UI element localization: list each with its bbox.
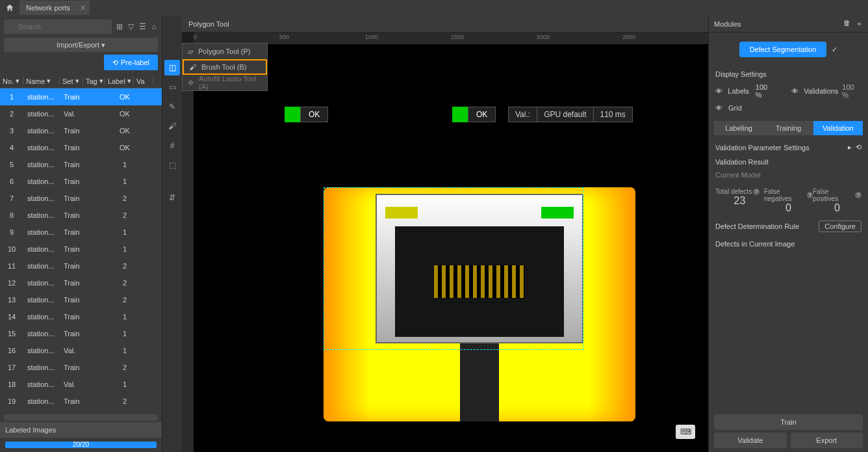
table-row[interactable]: 9station...Train1 — [0, 224, 162, 241]
select-tool-button[interactable]: ⬚ — [164, 157, 180, 173]
table-row[interactable]: 13station...Train2 — [0, 291, 162, 308]
tool-popup: ▱ Polygon Tool (P) 🖌 Brush Tool (B) ✥ Au… — [182, 43, 268, 91]
table-row[interactable]: 5station...Train1 — [0, 156, 162, 173]
project-tab-label: Network ports — [26, 4, 70, 12]
table-row[interactable]: 14station...Train1 — [0, 308, 162, 325]
rect-tool-button[interactable]: ▭ — [164, 79, 180, 95]
eye-icon[interactable]: 👁 — [791, 87, 800, 95]
table-row[interactable]: 12station...Train2 — [0, 274, 162, 291]
display-settings-title: Display Settings — [715, 70, 862, 78]
table-row[interactable]: 1station...TrainOK — [0, 88, 162, 105]
polygon-icon: ▱ — [188, 47, 193, 56]
table-row[interactable]: 7station...Train2 — [0, 190, 162, 207]
rule-label: Defect Determination Rule — [715, 222, 799, 230]
table-row[interactable]: 15station...Train1 — [0, 325, 162, 342]
table-row[interactable]: 3station...TrainOK — [0, 122, 162, 139]
table-h-scroll[interactable] — [4, 414, 158, 421]
table-row[interactable]: 18station...Val.1 — [0, 376, 162, 393]
module-defect-segmentation[interactable]: Defect Segmentation — [739, 42, 827, 57]
label-badge-ok: OK — [285, 107, 328, 122]
labeled-images-header[interactable]: Labeled Images — [0, 422, 162, 438]
polygon-tool-button[interactable]: ◫ — [164, 60, 180, 75]
modules-title: Modules — [714, 20, 741, 28]
polygon-tool-item[interactable]: ▱ Polygon Tool (P) — [183, 44, 267, 59]
canvas-viewport[interactable]: OK OK Val.:GPU default110 ms ⌨ — [194, 44, 708, 452]
validations-pct: 100 % — [842, 83, 862, 99]
validation-param-row[interactable]: Validation Parameter Settings ▸ ⟲ — [709, 140, 868, 154]
train-button[interactable]: Train — [714, 414, 863, 430]
labels-pct: 100 % — [756, 83, 775, 99]
prelabel-button[interactable]: ⟲ Pre-label — [104, 55, 158, 70]
validations-label: Validations — [804, 87, 838, 95]
tab-validation[interactable]: Validation — [813, 121, 863, 135]
list-icon[interactable]: ☰ — [139, 21, 147, 33]
filter-icon[interactable]: ▽ — [127, 21, 135, 33]
module-check-icon: ✓ — [832, 46, 837, 54]
ruler-vertical — [182, 44, 194, 452]
labels-label: Labels — [728, 87, 748, 95]
validation-info: Val.:GPU default110 ms — [508, 107, 633, 122]
defects-current-image-label: Defects in Current Image — [715, 240, 862, 248]
lasso-icon: ✥ — [188, 79, 194, 87]
table-row[interactable]: 16station...Val.1 — [0, 342, 162, 359]
grid-label: Grid — [728, 104, 742, 112]
brush-tool-button[interactable]: 🖌 — [164, 118, 180, 134]
image-table-header: No.▾ Name▾ Set▾ Tag▾ Label▾ Va — [0, 74, 162, 88]
table-row[interactable]: 11station...Train2 — [0, 258, 162, 274]
table-row[interactable]: 19station...Train2 — [0, 393, 162, 410]
export-button[interactable]: Export — [791, 432, 863, 448]
add-image-icon[interactable]: ⊞ — [116, 21, 123, 33]
close-tab-icon[interactable]: ✕ — [80, 4, 86, 12]
delete-module-icon[interactable]: 🗑 — [843, 19, 850, 29]
table-row[interactable]: 8station...Train2 — [0, 207, 162, 224]
folder-icon[interactable]: ⌂ — [150, 21, 158, 33]
table-row[interactable]: 10station...Train1 — [0, 241, 162, 258]
add-module-icon[interactable]: ＋ — [856, 19, 863, 29]
canvas-title: Polygon Tool — [182, 16, 708, 33]
lasso-tool-button[interactable]: ✎ — [164, 99, 180, 114]
current-model-label: Current Model — [715, 171, 862, 179]
roi-selection[interactable] — [324, 187, 583, 350]
validation-result-title: Validation Result — [715, 158, 862, 166]
search-input[interactable] — [4, 20, 112, 34]
table-row[interactable]: 17station...Train2 — [0, 359, 162, 376]
eye-icon[interactable]: 👁 — [715, 87, 724, 95]
autofill-lasso-item[interactable]: ✥ Autofill Lasso Tool (A) — [183, 75, 267, 90]
project-tab[interactable]: Network ports ✕ — [19, 1, 90, 15]
tab-labeling[interactable]: Labeling — [714, 121, 763, 135]
brush-icon: 🖌 — [189, 63, 196, 71]
validate-button[interactable]: Validate — [714, 432, 787, 448]
eye-icon[interactable]: 👁 — [715, 104, 724, 112]
ruler-horizontal: 050010001500200025003 — [194, 33, 708, 44]
brush-tool-item[interactable]: 🖌 Brush Tool (B) — [183, 59, 267, 75]
table-row[interactable]: 4station...TrainOK — [0, 139, 162, 156]
import-export-dropdown[interactable]: Import/Export ▾ — [4, 38, 158, 52]
keyboard-button[interactable]: ⌨ — [676, 425, 695, 439]
validation-badge-ok: OK — [452, 107, 496, 122]
labeled-progress: 20/20 — [5, 442, 157, 448]
sort-tool-button[interactable]: ⇵ — [164, 190, 180, 206]
grid-tool-button[interactable]: # — [164, 138, 180, 153]
table-row[interactable]: 2station...Val.OK — [0, 105, 162, 122]
table-row[interactable]: 6station...Train1 — [0, 173, 162, 190]
validation-stats: Total defects? 23 False negatives? 0 Fal… — [709, 185, 868, 217]
prelabel-icon: ⟲ — [112, 59, 118, 67]
configure-button[interactable]: Configure — [819, 220, 862, 232]
tab-training[interactable]: Training — [763, 121, 813, 135]
home-button[interactable] — [0, 0, 19, 16]
